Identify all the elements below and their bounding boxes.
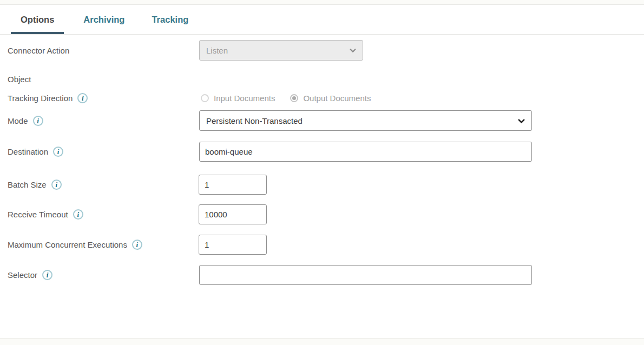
selector-label-text: Selector	[8, 270, 37, 280]
batch-size-input[interactable]	[199, 175, 267, 195]
form-row-tracking-direction: Tracking Direction i Input Documents Out…	[0, 88, 644, 108]
info-icon-glyph: i	[136, 241, 139, 248]
receive-timeout-label: Receive Timeout i	[8, 209, 83, 220]
form-row-object: Object	[0, 71, 644, 87]
chevron-down-icon	[349, 47, 357, 54]
info-icon-glyph: i	[55, 181, 57, 188]
connector-action-label-text: Connector Action	[8, 46, 69, 55]
connector-action-select[interactable]: Listen	[199, 40, 363, 61]
info-icon[interactable]: i	[33, 116, 43, 126]
maximum-concurrent-executions-label-text: Maximum Concurrent Executions	[8, 240, 127, 249]
selector-input[interactable]	[199, 265, 532, 285]
destination-input[interactable]	[199, 142, 532, 162]
form-row-batch-size: Batch Size i	[0, 174, 644, 195]
connector-action-label: Connector Action	[8, 46, 69, 55]
radio-unchecked-icon	[201, 94, 209, 102]
batch-size-label: Batch Size i	[8, 180, 62, 190]
tracking-direction-radio-group: Input Documents Output Documents	[201, 94, 371, 103]
info-icon-glyph: i	[47, 271, 49, 278]
connector-options-panel: Options Archiving Tracking Connector Act…	[0, 0, 644, 345]
info-icon-glyph: i	[77, 211, 79, 218]
form-row-mode: Mode i Persistent Non-Transacted	[0, 110, 644, 131]
mode-label-text: Mode	[8, 116, 28, 125]
form-row-destination: Destination i	[0, 141, 644, 162]
tracking-direction-label: Tracking Direction i	[8, 93, 88, 103]
object-label: Object	[8, 75, 31, 84]
info-icon[interactable]: i	[77, 93, 88, 103]
mode-select-value: Persistent Non-Transacted	[206, 116, 303, 125]
form-row-selector: Selector i	[0, 264, 644, 285]
info-icon-glyph: i	[37, 117, 39, 124]
radio-output-documents-label: Output Documents	[303, 94, 371, 103]
tab-options[interactable]: Options	[11, 5, 64, 34]
radio-checked-icon	[290, 94, 298, 102]
radio-output-documents[interactable]: Output Documents	[290, 94, 371, 103]
form-row-receive-timeout: Receive Timeout i	[0, 204, 644, 224]
info-icon-glyph: i	[57, 148, 60, 155]
tab-archiving[interactable]: Archiving	[74, 5, 134, 34]
radio-input-documents-label: Input Documents	[214, 94, 275, 103]
tracking-direction-label-text: Tracking Direction	[8, 94, 73, 103]
receive-timeout-label-text: Receive Timeout	[8, 210, 68, 219]
info-icon[interactable]: i	[73, 209, 83, 220]
connector-action-select-value: Listen	[206, 46, 228, 55]
form-row-maximum-concurrent-executions: Maximum Concurrent Executions i	[0, 234, 644, 255]
maximum-concurrent-executions-input[interactable]	[199, 235, 267, 255]
destination-label-text: Destination	[8, 147, 48, 156]
info-icon[interactable]: i	[51, 180, 62, 190]
destination-label: Destination i	[8, 147, 63, 157]
maximum-concurrent-executions-label: Maximum Concurrent Executions i	[8, 240, 142, 250]
info-icon[interactable]: i	[42, 270, 52, 280]
mode-select[interactable]: Persistent Non-Transacted	[199, 110, 532, 131]
batch-size-label-text: Batch Size	[8, 180, 47, 189]
bottom-divider	[0, 338, 644, 345]
form-row-connector-action: Connector Action Listen	[0, 40, 644, 61]
selector-label: Selector i	[8, 270, 52, 280]
mode-label: Mode i	[8, 116, 43, 126]
top-divider	[0, 0, 644, 5]
chevron-down-icon	[517, 117, 525, 125]
info-icon-glyph: i	[82, 95, 84, 102]
info-icon[interactable]: i	[132, 240, 142, 250]
tab-tracking[interactable]: Tracking	[142, 5, 198, 34]
tab-bar: Options Archiving Tracking	[0, 5, 644, 35]
receive-timeout-input[interactable]	[199, 204, 267, 224]
radio-input-documents[interactable]: Input Documents	[201, 94, 275, 103]
info-icon[interactable]: i	[53, 147, 63, 157]
